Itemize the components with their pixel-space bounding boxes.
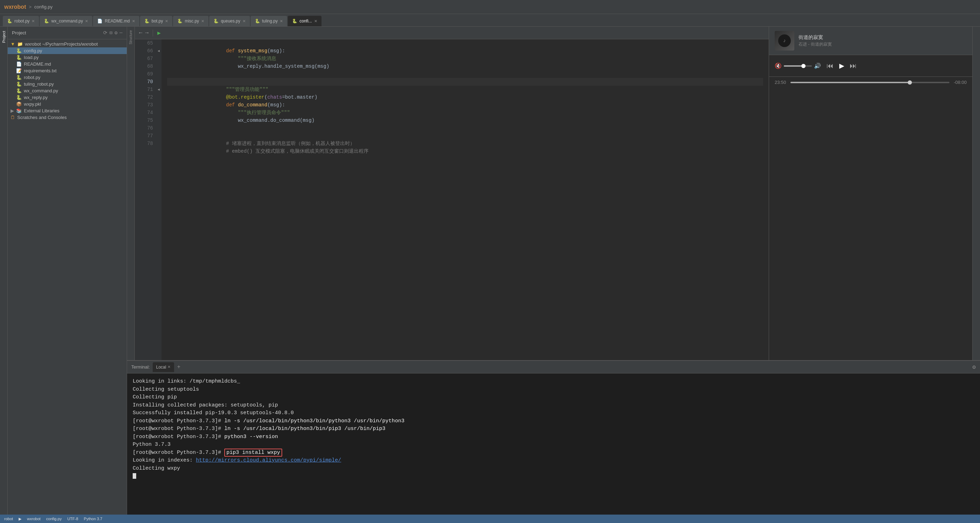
py-file-icon: 🐍 bbox=[16, 55, 22, 60]
tab-wx-command-py[interactable]: 🐍 wx_command.py ✕ bbox=[40, 16, 92, 26]
tree-item-load[interactable]: 🐍 load.py bbox=[8, 54, 127, 61]
status-robot: robot bbox=[4, 517, 13, 521]
rewind-button[interactable]: ⏮ bbox=[827, 62, 834, 70]
titlebar: wxrobot > config.py bbox=[0, 0, 980, 14]
code-view[interactable]: 65 66 67 68 69 70 71 72 73 74 75 76 bbox=[135, 39, 769, 360]
tree-item-robot[interactable]: 🐍 robot.py bbox=[8, 74, 127, 81]
tree-item-label: External Libraries bbox=[24, 108, 59, 113]
volume-high-icon[interactable]: 🔊 bbox=[814, 62, 821, 70]
ext-icon: ▶ bbox=[11, 108, 14, 113]
tab-close[interactable]: ✕ bbox=[280, 19, 283, 24]
ln-75: 75 bbox=[138, 116, 153, 124]
tab-robot-py[interactable]: 🐍 robot.py ✕ bbox=[3, 16, 39, 26]
term-line-5: Successfully installed pip-19.0.3 setupt… bbox=[133, 409, 974, 417]
tree-item-requirements[interactable]: 📝 requirements.txt bbox=[8, 67, 127, 74]
py-file-icon: 🐍 bbox=[16, 75, 22, 80]
scratch-icon: 🗒 bbox=[11, 115, 15, 120]
current-time: 23:50 bbox=[775, 79, 786, 85]
term-line-4: Installing collected packages: setuptool… bbox=[133, 402, 974, 410]
tab-readme-md[interactable]: 📄 README.md ✕ bbox=[93, 16, 139, 26]
ln-77: 77 bbox=[138, 132, 153, 140]
music-title: 街道的寂寞 bbox=[799, 34, 967, 41]
sidebar-title: Project bbox=[12, 30, 100, 35]
collapse-icon[interactable]: ⊟ bbox=[110, 30, 112, 36]
py-file-icon: 🐍 bbox=[16, 88, 22, 93]
ln-69: 69 bbox=[138, 70, 153, 78]
tree-item-readme[interactable]: 📄 README.md bbox=[8, 61, 127, 67]
run-icon[interactable]: ▶ bbox=[157, 30, 161, 37]
py-file-icon: 🐍 bbox=[16, 95, 22, 100]
md-file-icon: 📄 bbox=[16, 61, 22, 67]
term-cursor-line bbox=[133, 472, 974, 480]
tree-item-wx-reply[interactable]: 🐍 wx_reply.py bbox=[8, 94, 127, 101]
tab-label: misc.py bbox=[185, 19, 199, 24]
terminal-content[interactable]: Looking in links: /tmp/tmphmldcbs_ Colle… bbox=[127, 374, 980, 515]
tree-root-label: wxrobot ~/PycharmProjects/wxrobot bbox=[25, 41, 98, 47]
fast-forward-button[interactable]: ⏭ bbox=[850, 62, 857, 70]
tab-bar: 🐍 robot.py ✕ 🐍 wx_command.py ✕ 📄 README.… bbox=[0, 14, 980, 27]
pypi-link[interactable]: http://mirrors.cloud.aliyuncs.com/pypi/s… bbox=[196, 457, 341, 463]
terminal-add-button[interactable]: + bbox=[177, 364, 180, 370]
tree-root[interactable]: ▼ 📁 wxrobot ~/PycharmProjects/wxrobot bbox=[8, 41, 127, 48]
tree-item-label: tuling_robot.py bbox=[24, 81, 54, 87]
tab-close[interactable]: ✕ bbox=[243, 19, 246, 24]
title-separator: > bbox=[29, 4, 32, 10]
left-tool-strip: Project bbox=[0, 27, 8, 515]
code-gutter: ◀ ◀ bbox=[156, 39, 161, 360]
volume-track[interactable] bbox=[784, 65, 812, 67]
navigate-back-icon[interactable]: ← bbox=[139, 30, 143, 36]
tab-tuling-py[interactable]: 🐍 tuling.py ✕ bbox=[251, 16, 288, 26]
tab-close[interactable]: ✕ bbox=[314, 19, 317, 24]
terminal-cursor bbox=[133, 473, 136, 479]
volume-fill bbox=[784, 65, 803, 67]
volume-thumb[interactable] bbox=[801, 64, 805, 68]
play-button[interactable]: ▶ bbox=[839, 61, 844, 71]
tree-item-wx-command[interactable]: 🐍 wx_command.py bbox=[8, 87, 127, 94]
tab-misc-py[interactable]: 🐍 misc.py ✕ bbox=[173, 16, 208, 26]
terminal-tab-local[interactable]: Local ✕ bbox=[153, 362, 175, 372]
total-time: -08:00 bbox=[954, 79, 967, 85]
progress-thumb[interactable] bbox=[908, 80, 912, 84]
tree-item-wxpy-pkl[interactable]: 📦 wxpy.pkl bbox=[8, 101, 127, 107]
tab-label: wx_command.py bbox=[51, 19, 83, 24]
sidebar: Project ⟳ ⊟ ⚙ — ▼ 📁 wxrobot ~/PycharmPro… bbox=[8, 27, 127, 515]
terminal-tab-close[interactable]: ✕ bbox=[167, 365, 170, 369]
progress-track[interactable] bbox=[791, 82, 950, 83]
tab-bot-py[interactable]: 🐍 bot.py ✕ bbox=[140, 16, 173, 26]
ln-78: 78 bbox=[138, 140, 153, 148]
sidebar-header: Project ⟳ ⊟ ⚙ — bbox=[8, 27, 127, 39]
settings-icon[interactable]: ⚙ bbox=[115, 30, 117, 36]
tab-close[interactable]: ✕ bbox=[201, 19, 204, 24]
tab-config-py[interactable]: 🐍 confi... ✕ bbox=[288, 16, 321, 26]
tree-item-config[interactable]: 🐍 config.py bbox=[8, 48, 127, 54]
ln-74: 74 bbox=[138, 109, 153, 116]
term-line-9: Python 3.7.3 bbox=[133, 441, 974, 449]
tab-close[interactable]: ✕ bbox=[132, 19, 135, 24]
tab-close[interactable]: ✕ bbox=[32, 19, 35, 24]
py-icon: 🐍 bbox=[44, 19, 49, 24]
sync-icon[interactable]: ⟳ bbox=[103, 30, 107, 36]
py-icon: 🐍 bbox=[292, 19, 297, 24]
tab-close[interactable]: ✕ bbox=[165, 19, 168, 24]
volume-control[interactable]: 🔇 🔊 bbox=[775, 62, 821, 70]
py-file-icon: 🐍 bbox=[16, 81, 22, 87]
terminal-tabbar: Terminal: Local ✕ + ⚙ bbox=[127, 361, 980, 374]
tree-item-tuling-robot[interactable]: 🐍 tuling_robot.py bbox=[8, 81, 127, 87]
navigate-forward-icon[interactable]: → bbox=[145, 30, 149, 36]
ln-70: 70 bbox=[138, 78, 153, 86]
term-line-1: Looking in links: /tmp/tmphmldcbs_ bbox=[133, 378, 974, 386]
terminal-label: Terminal: bbox=[131, 364, 150, 370]
vtab-project[interactable]: Project bbox=[1, 28, 7, 46]
tab-queues-py[interactable]: 🐍 queues.py ✕ bbox=[209, 16, 250, 26]
terminal-settings-icon[interactable]: ⚙ bbox=[972, 364, 976, 370]
tab-close[interactable]: ✕ bbox=[85, 19, 88, 24]
tree-item-scratches[interactable]: 🗒 Scratches and Consoles bbox=[8, 114, 127, 121]
code-content[interactable]: def system_msg(msg): """接收系统消息 wx_reply.… bbox=[161, 39, 769, 360]
ln-73: 73 bbox=[138, 101, 153, 109]
volume-icon[interactable]: 🔇 bbox=[775, 62, 782, 70]
minimize-icon[interactable]: — bbox=[120, 30, 123, 36]
tree-item-external[interactable]: ▶ 📚 External Libraries bbox=[8, 107, 127, 114]
vtab-structure[interactable]: Structure bbox=[128, 27, 134, 48]
statusbar: robot ▶ wxrobot config.py UTF-8 Python 3… bbox=[0, 515, 980, 523]
status-project: wxrobot bbox=[27, 517, 41, 521]
